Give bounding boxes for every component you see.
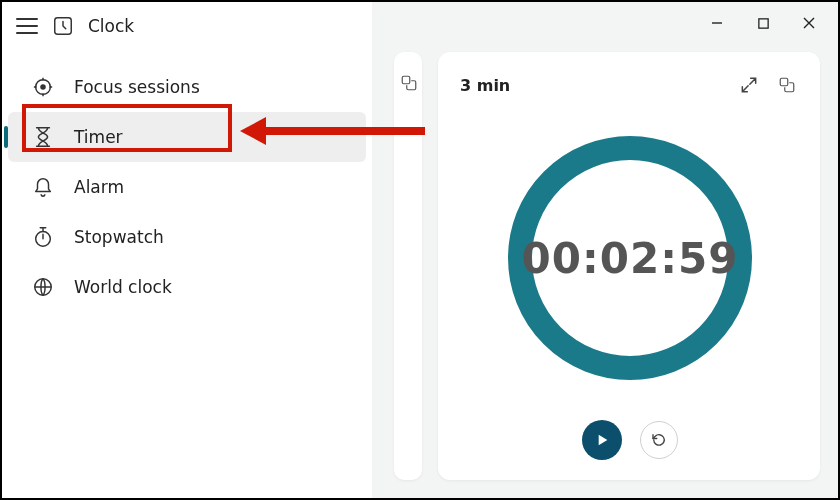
timer-card-title[interactable]: 3 min — [460, 76, 510, 95]
play-button[interactable] — [582, 420, 622, 460]
timer-ring-area: 00:02:59 — [460, 100, 800, 416]
timer-card-actions — [736, 72, 800, 98]
nav-item-timer[interactable]: Timer — [8, 112, 366, 162]
clock-app-icon — [52, 15, 74, 37]
compact-view-icon[interactable] — [774, 72, 800, 98]
timer-controls — [460, 416, 800, 464]
timer-progress-ring: 00:02:59 — [500, 128, 760, 388]
nav-item-alarm[interactable]: Alarm — [8, 162, 366, 212]
nav-item-label: Alarm — [74, 177, 124, 197]
minimize-button[interactable] — [694, 6, 740, 40]
content-area: 3 min 00:02:59 — [372, 2, 838, 498]
navigation-pane: Clock Focus sessions Timer Alarm — [2, 2, 372, 498]
maximize-button[interactable] — [740, 6, 786, 40]
svg-point-2 — [40, 84, 46, 90]
nav-item-label: World clock — [74, 277, 172, 297]
svg-rect-6 — [780, 78, 788, 86]
timer-card-header: 3 min — [460, 70, 800, 100]
reset-icon — [650, 431, 668, 449]
nav-item-label: Timer — [74, 127, 123, 147]
nav-item-focus-sessions[interactable]: Focus sessions — [8, 62, 366, 112]
hamburger-menu-icon[interactable] — [16, 17, 38, 35]
svg-rect-5 — [402, 76, 410, 84]
nav-list: Focus sessions Timer Alarm Stopwatch — [2, 62, 372, 312]
stopwatch-icon — [32, 226, 54, 248]
title-bar: Clock — [2, 2, 372, 50]
prev-timer-card-peek — [394, 52, 422, 480]
timer-card: 3 min 00:02:59 — [438, 52, 820, 480]
nav-item-label: Focus sessions — [74, 77, 200, 97]
svg-rect-8 — [758, 18, 767, 27]
timer-remaining-text: 00:02:59 — [500, 128, 760, 388]
window-controls — [694, 6, 832, 40]
clock-app-window: Clock Focus sessions Timer Alarm — [0, 0, 840, 500]
nav-item-label: Stopwatch — [74, 227, 164, 247]
hourglass-icon — [32, 126, 54, 148]
bell-icon — [32, 176, 54, 198]
close-button[interactable] — [786, 6, 832, 40]
focus-icon — [32, 76, 54, 98]
nav-item-stopwatch[interactable]: Stopwatch — [8, 212, 366, 262]
play-icon — [594, 432, 610, 448]
reset-button[interactable] — [640, 421, 678, 459]
nav-item-world-clock[interactable]: World clock — [8, 262, 366, 312]
globe-icon — [32, 276, 54, 298]
expand-icon[interactable] — [736, 72, 762, 98]
app-title: Clock — [88, 16, 134, 36]
compact-view-icon[interactable] — [396, 70, 422, 96]
